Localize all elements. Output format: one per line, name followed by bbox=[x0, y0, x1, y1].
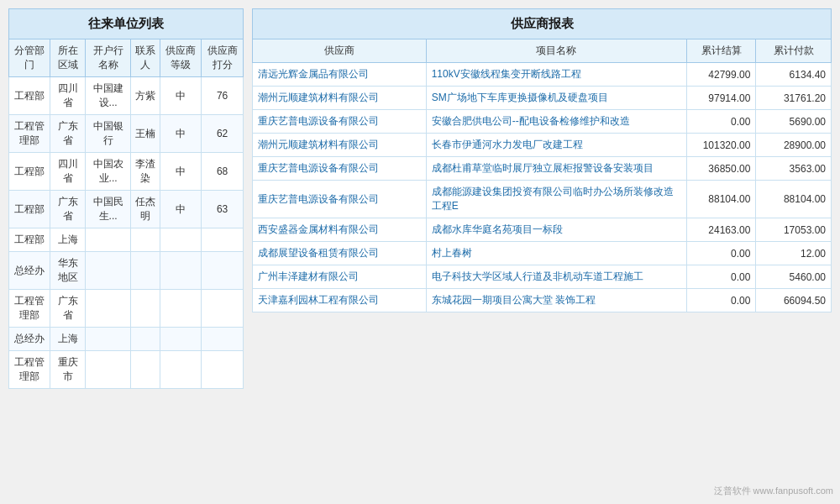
watermark: 泛普软件 www.fanpusoft.com bbox=[714, 485, 833, 497]
payment-cell: 3563.00 bbox=[756, 157, 832, 181]
left-table-cell: 四川省 bbox=[50, 153, 86, 191]
payment-cell: 17053.00 bbox=[756, 218, 832, 242]
left-table-cell: 中国银行 bbox=[86, 115, 130, 153]
main-container: 往来单位列表 分管部门所在区域开户行名称联系人供应商等级供应商打分 工程部四川省… bbox=[0, 0, 840, 504]
settlement-cell: 42799.00 bbox=[686, 63, 756, 87]
left-table-cell bbox=[130, 351, 160, 389]
project-cell: 安徽合肥供电公司--配电设备检修维护和改造 bbox=[426, 110, 686, 134]
left-table-cell bbox=[86, 290, 130, 328]
project-cell: 长春市伊通河水力发电厂改建工程 bbox=[426, 134, 686, 157]
settlement-cell: 36850.00 bbox=[686, 157, 756, 181]
left-table-cell: 工程管理部 bbox=[9, 115, 50, 153]
left-table-row: 工程部四川省中国建设...方紫中76 bbox=[9, 77, 244, 115]
left-table-cell: 中国农业... bbox=[86, 153, 130, 191]
left-panel: 往来单位列表 分管部门所在区域开户行名称联系人供应商等级供应商打分 工程部四川省… bbox=[8, 8, 244, 496]
right-table-row: 西安盛器金属材料有限公司成都水库华庭名苑项目一标段24163.0017053.0… bbox=[253, 218, 832, 242]
left-table-row: 总经办华东地区 bbox=[9, 252, 244, 290]
left-table-cell bbox=[86, 228, 130, 252]
left-table-cell: 工程部 bbox=[9, 153, 50, 191]
settlement-cell: 88104.00 bbox=[686, 181, 756, 218]
left-table-cell bbox=[130, 228, 160, 252]
left-table-cell bbox=[130, 328, 160, 351]
left-table-cell: 68 bbox=[202, 153, 244, 191]
left-table-cell: 华东地区 bbox=[50, 252, 86, 290]
project-cell: 东城花园一期项目公寓大堂 装饰工程 bbox=[426, 289, 686, 312]
left-table-cell: 王楠 bbox=[130, 115, 160, 153]
left-table-row: 工程部上海 bbox=[9, 228, 244, 252]
payment-cell: 66094.50 bbox=[756, 289, 832, 312]
left-table-cell bbox=[202, 328, 244, 351]
project-cell: 村上春树 bbox=[426, 242, 686, 265]
left-table-cell bbox=[86, 328, 130, 351]
left-table-cell bbox=[202, 351, 244, 389]
left-table-title: 往来单位列表 bbox=[9, 9, 244, 39]
project-cell: SM广场地下车库更换摄像机及硬盘项目 bbox=[426, 87, 686, 110]
right-table-row: 成都展望设备租赁有限公司村上春树0.0012.00 bbox=[253, 242, 832, 265]
left-table-row: 总经办上海 bbox=[9, 328, 244, 351]
settlement-cell: 101320.00 bbox=[686, 134, 756, 157]
left-table-cell: 中 bbox=[160, 77, 201, 115]
left-table-row: 工程管理部广东省 bbox=[9, 290, 244, 328]
left-table-cell: 工程管理部 bbox=[9, 290, 50, 328]
payment-cell: 12.00 bbox=[756, 242, 832, 265]
left-col-header: 联系人 bbox=[130, 39, 160, 77]
project-cell: 电子科技大学区域人行道及非机动车道工程施工 bbox=[426, 265, 686, 289]
supplier-cell: 重庆艺普电源设备有限公司 bbox=[253, 181, 427, 218]
left-table-cell bbox=[202, 228, 244, 252]
settlement-cell: 0.00 bbox=[686, 110, 756, 134]
left-header-row: 分管部门所在区域开户行名称联系人供应商等级供应商打分 bbox=[9, 39, 244, 77]
project-cell: 110kV安徽线程集变开断线路工程 bbox=[426, 63, 686, 87]
settlement-cell: 0.00 bbox=[686, 265, 756, 289]
right-table: 供应商报表 供应商项目名称累计结算累计付款 清远光辉金属品有限公司110kV安徽… bbox=[252, 8, 832, 312]
left-tbody: 工程部四川省中国建设...方紫中76工程管理部广东省中国银行王楠中62工程部四川… bbox=[9, 77, 244, 389]
left-table-cell: 63 bbox=[202, 191, 244, 228]
supplier-cell: 重庆艺普电源设备有限公司 bbox=[253, 157, 427, 181]
supplier-cell: 潮州元顺建筑材料有限公司 bbox=[253, 87, 427, 110]
left-table-cell: 广东省 bbox=[50, 115, 86, 153]
left-col-header: 供应商打分 bbox=[202, 39, 244, 77]
payment-cell: 5690.00 bbox=[756, 110, 832, 134]
left-col-header: 开户行名称 bbox=[86, 39, 130, 77]
payment-cell: 88104.00 bbox=[756, 181, 832, 218]
left-col-header: 分管部门 bbox=[9, 39, 50, 77]
right-table-row: 天津嘉利园林工程有限公司东城花园一期项目公寓大堂 装饰工程0.0066094.5… bbox=[253, 289, 832, 312]
left-table-cell: 中 bbox=[160, 115, 201, 153]
supplier-cell: 天津嘉利园林工程有限公司 bbox=[253, 289, 427, 312]
left-col-header: 所在区域 bbox=[50, 39, 86, 77]
left-table-cell: 上海 bbox=[50, 228, 86, 252]
right-col-header: 累计付款 bbox=[756, 39, 832, 63]
left-table-row: 工程部四川省中国农业...李渣染中68 bbox=[9, 153, 244, 191]
left-table-cell: 四川省 bbox=[50, 77, 86, 115]
settlement-cell: 0.00 bbox=[686, 289, 756, 312]
left-table-row: 工程部广东省中国民生...任杰明中63 bbox=[9, 191, 244, 228]
left-table-cell bbox=[160, 252, 201, 290]
right-col-header: 项目名称 bbox=[426, 39, 686, 63]
right-panel: 供应商报表 供应商项目名称累计结算累计付款 清远光辉金属品有限公司110kV安徽… bbox=[252, 8, 832, 496]
supplier-cell: 广州丰泽建材有限公司 bbox=[253, 265, 427, 289]
left-table-cell: 工程管理部 bbox=[9, 351, 50, 389]
left-table-cell: 62 bbox=[202, 115, 244, 153]
left-table-cell: 方紫 bbox=[130, 77, 160, 115]
left-table-cell: 中国建设... bbox=[86, 77, 130, 115]
left-table-row: 工程管理部广东省中国银行王楠中62 bbox=[9, 115, 244, 153]
left-table-cell: 广东省 bbox=[50, 290, 86, 328]
right-table-row: 重庆艺普电源设备有限公司成都杜甫草堂临时展厅独立展柜报警设备安装项目36850.… bbox=[253, 157, 832, 181]
left-table-cell bbox=[160, 351, 201, 389]
right-table-row: 清远光辉金属品有限公司110kV安徽线程集变开断线路工程42799.006134… bbox=[253, 63, 832, 87]
left-table-cell: 工程部 bbox=[9, 191, 50, 228]
left-table-cell: 上海 bbox=[50, 328, 86, 351]
right-col-header: 供应商 bbox=[253, 39, 427, 63]
project-cell: 成都水库华庭名苑项目一标段 bbox=[426, 218, 686, 242]
left-table-cell bbox=[202, 290, 244, 328]
left-table-cell: 总经办 bbox=[9, 252, 50, 290]
left-col-header: 供应商等级 bbox=[160, 39, 201, 77]
left-table-cell: 重庆市 bbox=[50, 351, 86, 389]
left-table-cell: 总经办 bbox=[9, 328, 50, 351]
supplier-cell: 成都展望设备租赁有限公司 bbox=[253, 242, 427, 265]
right-col-header: 累计结算 bbox=[686, 39, 756, 63]
left-table-cell bbox=[86, 351, 130, 389]
project-cell: 成都杜甫草堂临时展厅独立展柜报警设备安装项目 bbox=[426, 157, 686, 181]
right-table-row: 潮州元顺建筑材料有限公司长春市伊通河水力发电厂改建工程101320.002890… bbox=[253, 134, 832, 157]
supplier-cell: 重庆艺普电源设备有限公司 bbox=[253, 110, 427, 134]
payment-cell: 31761.20 bbox=[756, 87, 832, 110]
